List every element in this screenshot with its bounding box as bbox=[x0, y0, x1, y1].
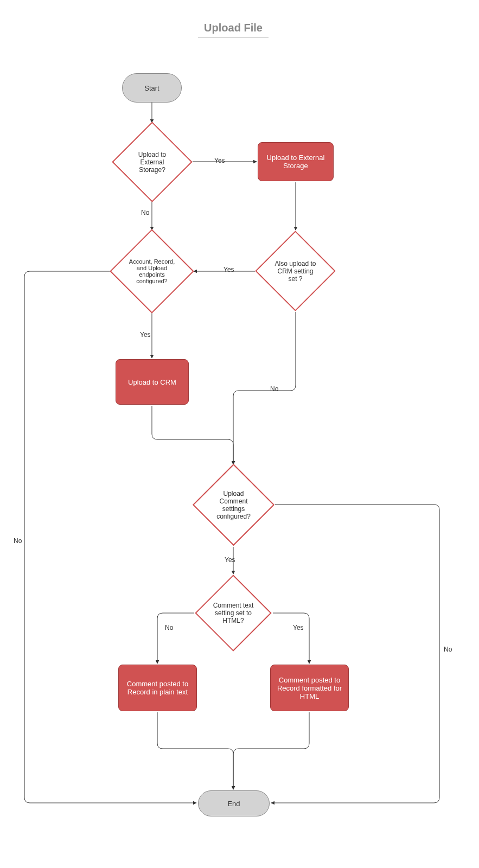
edge-html-yes: Yes bbox=[293, 624, 304, 631]
edge-also-yes: Yes bbox=[223, 266, 234, 273]
decision-ext-storage-label: Upload to External Storage? bbox=[124, 133, 181, 190]
end-label: End bbox=[227, 800, 240, 808]
decision-html-label: Comment text setting set to HTML? bbox=[206, 586, 260, 640]
process-ext-storage: Upload to External Storage bbox=[258, 142, 334, 181]
edge-also-no: No bbox=[270, 385, 278, 393]
diagram-title: Upload File bbox=[198, 22, 269, 37]
process-plain: Comment posted to Record in plain text bbox=[118, 665, 197, 711]
process-upload-crm: Upload to CRM bbox=[116, 359, 189, 405]
edge-html-no: No bbox=[165, 624, 173, 631]
edge-ext-yes: Yes bbox=[214, 157, 225, 164]
edge-endpoints-no: No bbox=[14, 537, 22, 545]
edge-commentcfg-yes: Yes bbox=[225, 556, 235, 564]
decision-also-crm: Also upload to CRM setting set ? bbox=[267, 242, 324, 299]
connectors-layer bbox=[0, 0, 479, 868]
end-node: End bbox=[198, 790, 270, 816]
process-upload-crm-label: Upload to CRM bbox=[128, 378, 176, 386]
process-html: Comment posted to Record formatted for H… bbox=[270, 665, 349, 711]
process-plain-label: Comment posted to Record in plain text bbox=[123, 680, 192, 696]
start-node: Start bbox=[122, 73, 182, 103]
decision-comment-cfg: Upload Comment settings configured? bbox=[205, 476, 263, 534]
decision-endpoints: Account, Record, and Upload endpoints co… bbox=[122, 241, 182, 301]
decision-ext-storage: Upload to External Storage? bbox=[124, 133, 181, 190]
decision-also-crm-label: Also upload to CRM setting set ? bbox=[267, 242, 324, 299]
edge-ext-no: No bbox=[141, 209, 149, 216]
decision-html: Comment text setting set to HTML? bbox=[206, 586, 260, 640]
process-html-label: Comment posted to Record formatted for H… bbox=[275, 676, 344, 700]
edge-commentcfg-no: No bbox=[444, 646, 452, 653]
start-label: Start bbox=[144, 84, 159, 92]
decision-endpoints-label: Account, Record, and Upload endpoints co… bbox=[122, 241, 182, 301]
process-ext-storage-label: Upload to External Storage bbox=[263, 154, 329, 170]
flowchart-canvas: Upload File Start Upload to External Sto… bbox=[0, 0, 479, 868]
decision-comment-cfg-label: Upload Comment settings configured? bbox=[205, 476, 263, 534]
edge-endpoints-yes: Yes bbox=[140, 331, 151, 339]
